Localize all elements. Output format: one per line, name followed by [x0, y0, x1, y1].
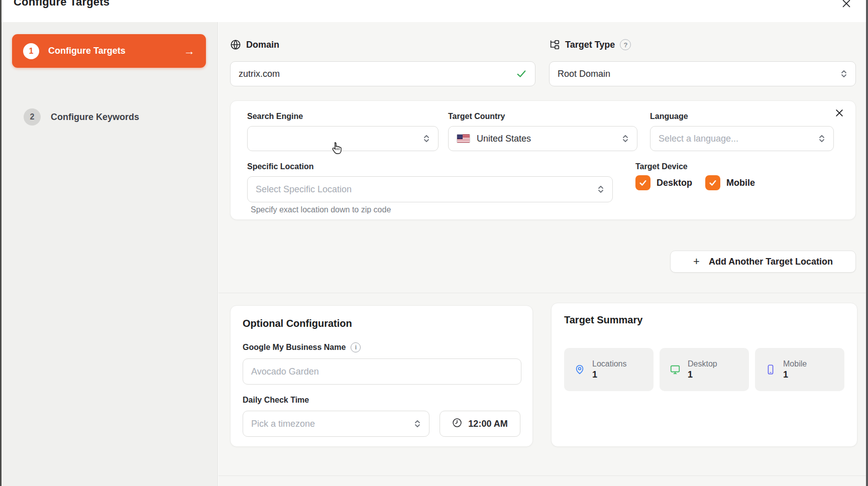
- search-engine-select[interactable]: [247, 126, 439, 151]
- phone-icon: [765, 364, 776, 375]
- target-type-select[interactable]: Root Domain: [549, 61, 856, 86]
- modal-header: Configure Targets: [2, 0, 866, 22]
- step-number-badge: 1: [23, 43, 39, 59]
- optional-configuration-title: Optional Configuration: [243, 318, 520, 329]
- domain-input[interactable]: zutrix.com: [230, 61, 535, 86]
- target-type-label: Target Type ?: [549, 39, 856, 50]
- desktop-checkbox[interactable]: Desktop: [635, 175, 692, 190]
- hierarchy-icon: [549, 39, 560, 50]
- check-time-button[interactable]: 12:00 AM: [440, 411, 520, 437]
- add-target-location-label: Add Another Target Location: [709, 257, 833, 267]
- search-engine-label: Search Engine: [247, 112, 303, 121]
- optional-configuration-card: Optional Configuration Google My Busines…: [230, 305, 533, 447]
- remove-location-button[interactable]: [834, 108, 844, 118]
- map-pin-icon: [574, 364, 585, 375]
- check-valid-icon: [516, 68, 527, 79]
- chevron-updown-icon: [818, 134, 825, 144]
- specific-location-select[interactable]: Select Specific Location: [247, 176, 613, 202]
- locations-stat-tile: Locations 1: [564, 348, 654, 391]
- target-location-card: Search Engine Target Country United Stat…: [230, 100, 856, 220]
- target-device-options: Desktop Mobile: [635, 175, 755, 190]
- target-type-field-group: Target Type ? Root Domain: [549, 39, 856, 86]
- mobile-checkbox-label: Mobile: [726, 178, 755, 188]
- close-icon: [834, 108, 844, 118]
- summary-stats: Locations 1 Desktop 1 Mobile: [564, 348, 844, 391]
- stat-value: 1: [688, 370, 717, 380]
- us-flag-icon: [457, 134, 470, 143]
- steps-sidebar: 1 Configure Targets → 2 Configure Keywor…: [2, 22, 218, 486]
- language-label: Language: [650, 112, 688, 121]
- chevron-updown-icon: [840, 69, 847, 79]
- specific-location-label: Specific Location: [247, 162, 313, 171]
- stat-label: Locations: [592, 359, 627, 369]
- domain-field-group: Domain zutrix.com: [230, 39, 535, 86]
- info-icon[interactable]: i: [351, 342, 361, 352]
- domain-value: zutrix.com: [239, 69, 280, 79]
- sidebar-item-configure-targets[interactable]: 1 Configure Targets →: [12, 34, 206, 68]
- window-left-edge: [0, 0, 2, 486]
- globe-icon: [230, 39, 241, 50]
- daily-check-time-row: Pick a timezone 12:00 AM: [243, 411, 520, 437]
- timezone-select[interactable]: Pick a timezone: [243, 411, 429, 437]
- checkbox-checked-icon: [635, 175, 650, 190]
- step-number-badge: 2: [24, 108, 41, 126]
- stat-label: Desktop: [688, 359, 717, 369]
- desktop-stat-tile: Desktop 1: [660, 348, 749, 391]
- stat-value: 1: [783, 370, 807, 380]
- clock-icon: [452, 418, 462, 430]
- gmb-label: Google My Business Name i: [243, 342, 520, 352]
- domain-label: Domain: [230, 39, 535, 50]
- gmb-input[interactable]: [243, 358, 521, 385]
- check-time-value: 12:00 AM: [468, 419, 507, 429]
- close-icon: [841, 0, 852, 9]
- desktop-checkbox-label: Desktop: [657, 178, 692, 188]
- timezone-placeholder: Pick a timezone: [251, 419, 315, 429]
- chevron-updown-icon: [622, 134, 629, 144]
- modal-title: Configure Targets: [14, 0, 110, 9]
- chevron-updown-icon: [414, 419, 421, 429]
- add-target-location-button[interactable]: + Add Another Target Location: [670, 251, 856, 273]
- specific-location-placeholder: Select Specific Location: [256, 184, 352, 195]
- stat-value: 1: [592, 370, 627, 380]
- target-summary-title: Target Summary: [564, 314, 844, 326]
- target-country-value: United States: [477, 134, 531, 144]
- target-device-label: Target Device: [635, 162, 688, 171]
- checkbox-checked-icon: [705, 175, 720, 190]
- configure-targets-panel: Domain zutrix.com Target Type ? Root Dom…: [219, 22, 866, 486]
- section-divider: [219, 293, 866, 293]
- help-icon[interactable]: ?: [620, 39, 631, 50]
- specific-location-helper: Specify exact location down to zip code: [251, 205, 391, 214]
- language-placeholder: Select a language...: [659, 134, 738, 144]
- chevron-updown-icon: [423, 134, 430, 144]
- daily-check-time-label: Daily Check Time: [243, 396, 520, 405]
- modal-close-button[interactable]: [841, 0, 852, 9]
- window-right-edge: [866, 0, 868, 486]
- footer-divider: [219, 475, 866, 476]
- sidebar-item-label: Configure Targets: [48, 46, 184, 56]
- sidebar-item-configure-keywords[interactable]: 2 Configure Keywords: [24, 108, 139, 126]
- language-select[interactable]: Select a language...: [650, 126, 834, 151]
- target-country-label: Target Country: [448, 112, 505, 121]
- monitor-icon: [670, 364, 681, 375]
- target-country-select[interactable]: United States: [448, 126, 637, 151]
- chevron-updown-icon: [597, 184, 604, 194]
- sidebar-item-label: Configure Keywords: [51, 112, 139, 123]
- plus-icon: +: [693, 255, 700, 268]
- target-summary-card: Target Summary Locations 1 Desktop 1: [551, 303, 857, 447]
- stat-label: Mobile: [783, 359, 807, 369]
- target-type-value: Root Domain: [558, 69, 610, 79]
- mobile-checkbox[interactable]: Mobile: [705, 175, 755, 190]
- arrow-right-icon: →: [184, 45, 195, 58]
- mobile-stat-tile: Mobile 1: [755, 348, 844, 391]
